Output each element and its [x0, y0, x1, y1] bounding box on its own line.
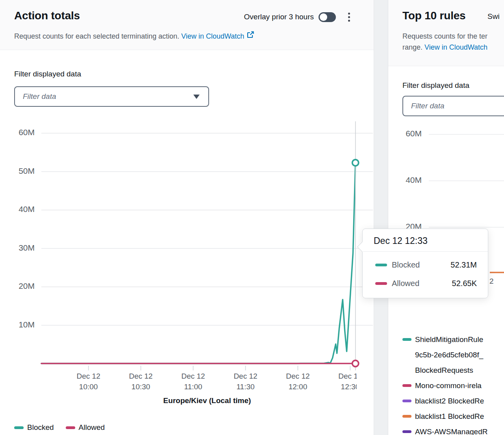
filter-displayed-data-label: Filter displayed data — [402, 81, 469, 90]
rule-legend-item[interactable]: blacklist1 BlockedRe — [402, 409, 487, 424]
rule-legend-label: AWS-AWSManagedR — [415, 424, 487, 435]
overlay-toggle-label: Overlay prior 3 hours — [244, 13, 314, 21]
chevron-down-icon — [193, 95, 200, 99]
top-10-rules-panel: Top 10 rules Swi Requests counts for the… — [388, 0, 504, 435]
tooltip-series-value: 52.65K — [452, 279, 477, 288]
filter-placeholder: Filter data — [23, 92, 193, 101]
filter-displayed-data-label: Filter displayed data — [14, 70, 81, 78]
y-tick-label: 50M — [7, 166, 35, 176]
x-tick-label: Dec 1212:00 — [280, 371, 315, 392]
view-in-cloudwatch-link[interactable]: View in CloudWatch — [424, 43, 487, 51]
x-tick-label: Dec 1210:00 — [71, 371, 106, 392]
legend-item-blocked[interactable]: Blocked — [14, 423, 54, 432]
tooltip-title: Dec 12 12:33 — [363, 229, 488, 252]
tooltip-series-dash-icon — [375, 282, 387, 285]
tooltip-row: Blocked52.31M — [375, 256, 477, 274]
y-tick-label: 60M — [394, 129, 422, 138]
action-totals-chart[interactable] — [41, 118, 373, 374]
y-tick-label: 30M — [7, 243, 35, 253]
rule-legend-item[interactable]: blacklist2 BlockedRe — [402, 393, 487, 409]
chart-legend: BlockedAllowed — [14, 423, 105, 432]
legend-item-allowed[interactable]: Allowed — [66, 423, 105, 432]
legend-dash-icon — [14, 426, 24, 429]
x-tick-label: Dec 1210:30 — [123, 371, 159, 392]
view-in-cloudwatch-link[interactable]: View in CloudWatch — [181, 32, 244, 40]
action-totals-header — [0, 0, 374, 50]
x-axis-title: Europe/Kiev (Local time) — [41, 396, 373, 405]
legend-dash-icon — [66, 426, 75, 429]
legend-item-label: Blocked — [27, 423, 54, 432]
partial-axis-label: 2 — [489, 277, 494, 286]
rule-legend-label: blacklist2 BlockedRe — [415, 393, 484, 409]
y-tick-label: 40M — [7, 204, 35, 214]
y-tick-label: 10M — [7, 320, 35, 329]
legend-item-label: Allowed — [79, 423, 105, 432]
y-tick-label: 20M — [7, 281, 35, 291]
tooltip-series-dash-icon — [375, 264, 387, 266]
legend-dash-icon — [402, 400, 411, 402]
overlay-prior-toggle[interactable] — [319, 12, 336, 22]
panel-title-action-totals: Action totals — [14, 9, 80, 22]
legend-dash-icon — [402, 430, 411, 433]
legend-dash-icon — [402, 384, 411, 387]
chart-tooltip: Dec 12 12:33 Blocked52.31MAllowed52.65K — [362, 229, 488, 298]
y-tick-label: 40M — [394, 175, 422, 185]
x-tick-label: Dec 1212:30 — [332, 371, 357, 392]
rule-legend-label: blacklist1 BlockedRe — [415, 409, 484, 424]
legend-dash-icon — [402, 338, 411, 341]
filter-data-select[interactable]: Filter data — [14, 86, 209, 107]
y-tick-label: 60M — [7, 128, 35, 137]
panel-description: Request counts for each selected termina… — [14, 31, 244, 42]
legend-dash-icon — [402, 415, 411, 418]
rule-legend-item[interactable]: AWS-AWSManagedR — [402, 424, 487, 435]
tooltip-series-value: 52.31M — [450, 260, 477, 270]
filter-placeholder: Filter data — [411, 102, 504, 110]
tooltip-series-label: Blocked — [392, 260, 450, 270]
x-tick-label: Dec 1211:30 — [228, 371, 263, 392]
x-tick-label-clip: Dec 1212:30 — [332, 371, 357, 394]
rule-legend-item[interactable]: Mono-common-irela — [402, 378, 487, 393]
action-totals-panel: Action totals Overlay prior 3 hours Requ… — [0, 0, 374, 435]
rules-legend: ShieldMitigationRule9c5b-2e6d5cfeb08f_Bl… — [402, 332, 487, 435]
tooltip-row: Allowed52.65K — [375, 274, 477, 293]
rule-legend-item[interactable]: ShieldMitigationRule9c5b-2e6d5cfeb08f_Bl… — [402, 332, 487, 378]
tooltip-series-label: Allowed — [392, 279, 452, 288]
filter-data-select[interactable]: Filter data — [402, 96, 504, 116]
switch-view-text[interactable]: Swi — [487, 12, 500, 21]
rule-legend-label: ShieldMitigationRule9c5b-2e6d5cfeb08f_Bl… — [415, 332, 483, 378]
header-controls: Overlay prior 3 hours — [244, 11, 352, 23]
rule-legend-label: Mono-common-irela — [415, 378, 482, 393]
panel-description: Requests counts for the ter range. View … — [402, 31, 487, 53]
x-tick-label: Dec 1211:00 — [176, 371, 211, 392]
kebab-menu-icon[interactable] — [345, 11, 352, 23]
panel-title-top-10-rules: Top 10 rules — [402, 9, 465, 22]
toggle-knob — [320, 13, 327, 21]
external-link-icon — [246, 31, 254, 39]
